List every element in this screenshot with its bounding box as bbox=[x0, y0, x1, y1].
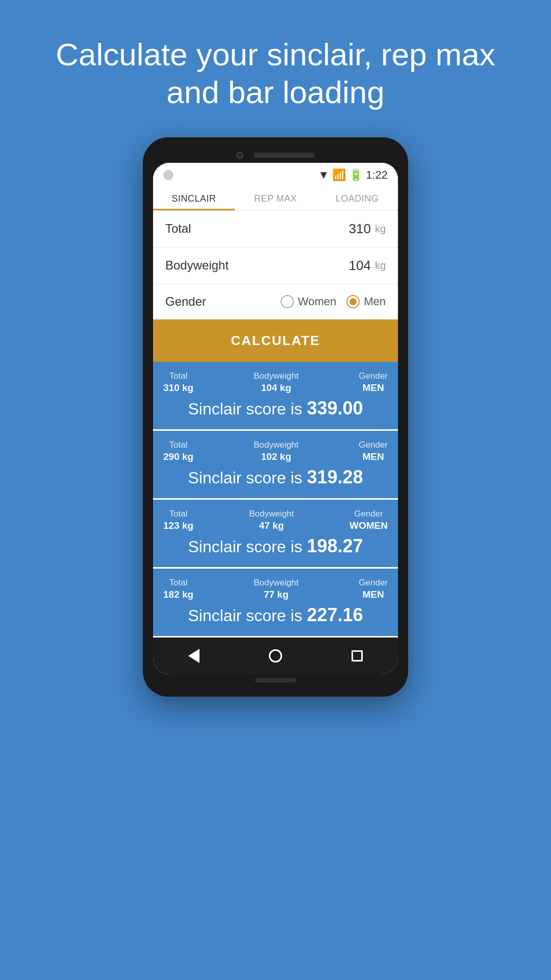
phone-bottom-bar bbox=[153, 674, 398, 687]
result-gender-label-3: Gender bbox=[359, 578, 388, 588]
result-bw-label-3: Bodyweight bbox=[254, 578, 298, 588]
result-card-3: Total 182 kg Bodyweight 77 kg Gender MEN… bbox=[153, 569, 398, 638]
nav-home-button[interactable] bbox=[266, 647, 285, 665]
result-bw-value-3: 77 kg bbox=[264, 589, 289, 600]
result-score-3: Sinclair score is 227.16 bbox=[163, 604, 388, 626]
result-bodyweight-3: Bodyweight 77 kg bbox=[254, 578, 298, 600]
gender-men-label: Men bbox=[364, 295, 386, 308]
result-gender-value-1: MEN bbox=[363, 451, 384, 462]
result-total-value-0: 310 kg bbox=[163, 382, 193, 394]
phone-screen: ▼ 📶 🔋 1:22 SINCLAIR REP MAX LOADING Tota… bbox=[153, 163, 398, 674]
result-gender-1: Gender MEN bbox=[359, 440, 388, 462]
gender-options: Women Men bbox=[281, 295, 386, 308]
result-card-0: Total 310 kg Bodyweight 104 kg Gender ME… bbox=[153, 362, 398, 431]
result-meta-2: Total 123 kg Bodyweight 47 kg Gender WOM… bbox=[163, 509, 388, 531]
result-gender-label-0: Gender bbox=[359, 371, 388, 381]
gender-men-radio[interactable] bbox=[346, 295, 360, 308]
hero-title: Calculate your sinclair, rep max and bar… bbox=[0, 0, 551, 137]
result-score-value-2: 198.27 bbox=[307, 535, 363, 556]
phone-speaker bbox=[254, 153, 315, 158]
battery-icon: 🔋 bbox=[349, 168, 363, 182]
result-score-1: Sinclair score is 319.28 bbox=[163, 467, 388, 488]
nav-back-button[interactable] bbox=[185, 647, 203, 665]
result-total-label-3: Total bbox=[169, 578, 188, 588]
result-total-label-2: Total bbox=[169, 509, 188, 519]
result-gender-0: Gender MEN bbox=[359, 371, 388, 394]
total-label: Total bbox=[165, 222, 191, 236]
nav-home-icon bbox=[269, 649, 282, 663]
result-gender-value-2: WOMEN bbox=[349, 520, 388, 531]
bodyweight-value[interactable]: 104 bbox=[348, 258, 370, 274]
tab-sinclair[interactable]: SINCLAIR bbox=[153, 185, 235, 210]
gender-women-label: Women bbox=[298, 295, 336, 308]
bodyweight-unit: kg bbox=[375, 260, 386, 272]
nav-recents-icon bbox=[352, 650, 363, 662]
bodyweight-row: Bodyweight 104 kg bbox=[153, 248, 398, 284]
bodyweight-label: Bodyweight bbox=[165, 258, 229, 273]
status-icons: ▼ 📶 🔋 1:22 bbox=[318, 168, 388, 182]
total-value[interactable]: 310 bbox=[348, 221, 370, 237]
result-score-text-2: Sinclair score is bbox=[188, 537, 307, 556]
gender-label: Gender bbox=[165, 295, 206, 309]
result-total-label-1: Total bbox=[169, 440, 188, 450]
result-score-text-3: Sinclair score is bbox=[188, 606, 307, 625]
tab-loading[interactable]: LOADING bbox=[316, 185, 398, 210]
nav-recents-button[interactable] bbox=[348, 647, 366, 665]
form-area: Total 310 kg Bodyweight 104 kg Gender bbox=[153, 211, 398, 320]
gender-women-option[interactable]: Women bbox=[281, 295, 336, 308]
result-score-2: Sinclair score is 198.27 bbox=[163, 535, 388, 557]
result-gender-label-2: Gender bbox=[354, 509, 383, 519]
result-gender-label-1: Gender bbox=[359, 440, 388, 450]
calculate-button[interactable]: CALCULATE bbox=[153, 320, 398, 362]
phone-top-bar bbox=[153, 148, 398, 163]
result-bodyweight-2: Bodyweight 47 kg bbox=[249, 509, 294, 531]
result-bw-label-2: Bodyweight bbox=[249, 509, 294, 519]
total-value-area: 310 kg bbox=[348, 221, 386, 237]
phone-frame: ▼ 📶 🔋 1:22 SINCLAIR REP MAX LOADING Tota… bbox=[143, 137, 408, 697]
result-total-2: Total 123 kg bbox=[163, 509, 193, 531]
gender-men-option[interactable]: Men bbox=[346, 295, 386, 308]
result-card-1: Total 290 kg Bodyweight 102 kg Gender ME… bbox=[153, 431, 398, 500]
result-bw-label-0: Bodyweight bbox=[254, 371, 298, 381]
result-total-1: Total 290 kg bbox=[163, 440, 193, 462]
nav-back-icon bbox=[188, 649, 199, 663]
result-score-value-0: 339.00 bbox=[307, 398, 363, 419]
result-bw-value-0: 104 kg bbox=[261, 382, 291, 394]
signal-icon: 📶 bbox=[332, 168, 346, 182]
result-total-0: Total 310 kg bbox=[163, 371, 193, 394]
result-meta-3: Total 182 kg Bodyweight 77 kg Gender MEN bbox=[163, 578, 388, 600]
phone-camera bbox=[236, 152, 243, 159]
result-gender-value-3: MEN bbox=[363, 589, 384, 600]
result-bodyweight-0: Bodyweight 104 kg bbox=[254, 371, 298, 394]
result-total-3: Total 182 kg bbox=[163, 578, 193, 600]
total-row: Total 310 kg bbox=[153, 211, 398, 248]
results-list: Total 310 kg Bodyweight 104 kg Gender ME… bbox=[153, 362, 398, 638]
status-time: 1:22 bbox=[366, 168, 388, 182]
result-card-2: Total 123 kg Bodyweight 47 kg Gender WOM… bbox=[153, 500, 398, 569]
result-bodyweight-1: Bodyweight 102 kg bbox=[254, 440, 298, 462]
gender-women-radio[interactable] bbox=[281, 295, 294, 308]
result-total-label-0: Total bbox=[169, 371, 188, 381]
tab-bar: SINCLAIR REP MAX LOADING bbox=[153, 185, 398, 211]
result-bw-value-1: 102 kg bbox=[261, 451, 291, 462]
status-bar: ▼ 📶 🔋 1:22 bbox=[153, 163, 398, 185]
result-meta-1: Total 290 kg Bodyweight 102 kg Gender ME… bbox=[163, 440, 388, 462]
result-score-0: Sinclair score is 339.00 bbox=[163, 398, 388, 419]
result-total-value-2: 123 kg bbox=[163, 520, 193, 531]
result-total-value-1: 290 kg bbox=[163, 451, 193, 462]
result-bw-value-2: 47 kg bbox=[259, 520, 284, 531]
status-dot bbox=[163, 170, 173, 180]
tab-repmax[interactable]: REP MAX bbox=[235, 185, 316, 210]
gender-row: Gender Women Men bbox=[153, 284, 398, 320]
result-score-text-1: Sinclair score is bbox=[188, 469, 307, 487]
result-score-value-1: 319.28 bbox=[307, 467, 363, 487]
phone-nav bbox=[153, 638, 398, 674]
result-meta-0: Total 310 kg Bodyweight 104 kg Gender ME… bbox=[163, 371, 388, 394]
wifi-icon: ▼ bbox=[318, 168, 329, 182]
result-bw-label-1: Bodyweight bbox=[254, 440, 298, 450]
result-gender-3: Gender MEN bbox=[359, 578, 388, 600]
result-score-text-0: Sinclair score is bbox=[188, 400, 307, 418]
result-gender-2: Gender WOMEN bbox=[349, 509, 388, 531]
result-score-value-3: 227.16 bbox=[307, 604, 363, 625]
total-unit: kg bbox=[375, 223, 386, 235]
